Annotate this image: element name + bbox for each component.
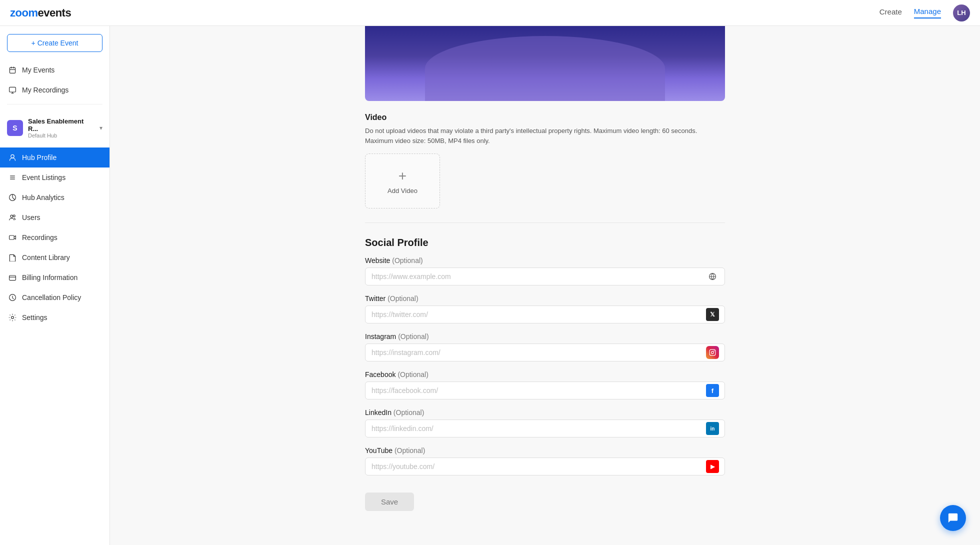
svg-rect-7	[10, 276, 16, 280]
social-profile-section: Social Profile Website (Optional)	[365, 237, 725, 511]
instagram-label: Instagram (Optional)	[365, 332, 725, 340]
svg-rect-0	[10, 68, 15, 73]
sidebar-item-content-library[interactable]: Content Library	[0, 248, 110, 268]
main-content: Video Do not upload videos that may viol…	[110, 26, 980, 545]
facebook-label: Facebook (Optional)	[365, 370, 725, 378]
logo-text: zoomevents	[10, 6, 71, 20]
linkedin-label: LinkedIn (Optional)	[365, 408, 725, 416]
video-section: Video Do not upload videos that may viol…	[365, 113, 725, 208]
create-nav-link[interactable]: Create	[880, 8, 902, 18]
youtube-field-group: YouTube (Optional) ▶	[365, 446, 725, 476]
add-video-label: Add Video	[388, 187, 418, 194]
hub-name: Sales Enablement R...	[28, 118, 94, 132]
linkedin-input[interactable]	[365, 420, 725, 438]
sidebar-item-label: Event Listings	[22, 174, 66, 182]
facebook-icon: f	[706, 384, 719, 397]
twitter-input-wrapper: 𝕏	[365, 306, 725, 324]
monitor-icon	[8, 86, 17, 94]
sidebar-item-cancellation-policy[interactable]: Cancellation Policy	[0, 288, 110, 308]
sidebar-item-label: Settings	[22, 314, 48, 322]
document-icon	[8, 253, 17, 262]
hub-info: Sales Enablement R... Default Hub	[28, 118, 94, 138]
manage-nav-link[interactable]: Manage	[914, 7, 941, 18]
linkedin-input-wrapper: in	[365, 420, 725, 438]
website-field-group: Website (Optional)	[365, 256, 725, 286]
twitter-field-group: Twitter (Optional) 𝕏	[365, 294, 725, 324]
youtube-input[interactable]	[365, 458, 725, 476]
create-event-button[interactable]: + Create Event	[7, 34, 102, 52]
linkedin-field-group: LinkedIn (Optional) in	[365, 408, 725, 438]
top-navigation: zoomevents Create Manage LH	[0, 0, 980, 26]
svg-point-13	[714, 350, 714, 352]
svg-point-2	[11, 154, 14, 158]
sidebar-item-label: Cancellation Policy	[22, 294, 81, 302]
svg-point-12	[712, 352, 714, 354]
sidebar-item-label: Hub Profile	[22, 154, 56, 162]
video-description: Do not upload videos that may violate a …	[365, 126, 725, 146]
svg-point-5	[13, 215, 15, 217]
twitter-label: Twitter (Optional)	[365, 294, 725, 302]
twitter-input[interactable]	[365, 306, 725, 324]
hub-icon: S	[7, 120, 23, 136]
billing-icon	[8, 273, 17, 282]
sidebar-item-label: Hub Analytics	[22, 194, 64, 202]
chat-bubble[interactable]	[940, 505, 966, 531]
website-label: Website (Optional)	[365, 256, 725, 264]
hub-selector[interactable]: S Sales Enablement R... Default Hub ▾	[0, 112, 110, 144]
settings-icon	[8, 313, 17, 322]
instagram-field-group: Instagram (Optional)	[365, 332, 725, 362]
logo[interactable]: zoomevents	[10, 6, 71, 20]
globe-icon	[706, 270, 719, 283]
sidebar-item-hub-profile[interactable]: Hub Profile	[0, 148, 110, 168]
facebook-input-wrapper: f	[365, 382, 725, 400]
users-icon	[8, 213, 17, 222]
video-icon	[8, 233, 17, 242]
website-input[interactable]	[365, 268, 725, 286]
sidebar-item-my-events[interactable]: My Events	[0, 60, 110, 80]
instagram-icon	[706, 346, 719, 359]
sidebar-item-label: My Events	[22, 66, 54, 74]
facebook-input[interactable]	[365, 382, 725, 400]
sidebar-item-label: My Recordings	[22, 86, 68, 94]
sidebar-item-billing-information[interactable]: Billing Information	[0, 268, 110, 288]
person-icon	[8, 153, 17, 162]
instagram-input[interactable]	[365, 344, 725, 362]
section-divider	[365, 222, 725, 223]
sidebar: + Create Event My Events My Recordings S	[0, 26, 110, 545]
sidebar-item-my-recordings[interactable]: My Recordings	[0, 80, 110, 100]
save-button[interactable]: Save	[365, 492, 414, 511]
sidebar-item-hub-analytics[interactable]: Hub Analytics	[0, 188, 110, 208]
banner-image	[365, 26, 725, 101]
facebook-field-group: Facebook (Optional) f	[365, 370, 725, 400]
sidebar-item-users[interactable]: Users	[0, 208, 110, 228]
twitter-icon: 𝕏	[706, 308, 719, 321]
sidebar-item-event-listings[interactable]: Event Listings	[0, 168, 110, 188]
sidebar-item-label: Users	[22, 214, 40, 222]
youtube-label: YouTube (Optional)	[365, 446, 725, 454]
youtube-icon: ▶	[706, 460, 719, 473]
sidebar-item-recordings[interactable]: Recordings	[0, 228, 110, 248]
chart-icon	[8, 193, 17, 202]
sidebar-item-label: Content Library	[22, 254, 70, 262]
svg-point-4	[10, 215, 13, 218]
calendar-icon	[8, 66, 17, 74]
sidebar-item-settings[interactable]: Settings	[0, 308, 110, 328]
sidebar-item-label: Billing Information	[22, 274, 78, 282]
svg-rect-6	[10, 236, 14, 240]
youtube-input-wrapper: ▶	[365, 458, 725, 476]
chevron-down-icon: ▾	[100, 124, 102, 132]
svg-point-9	[12, 316, 14, 319]
nav-right: Create Manage LH	[880, 4, 970, 22]
policy-icon	[8, 293, 17, 302]
sidebar-divider	[7, 104, 102, 104]
svg-rect-1	[10, 87, 16, 92]
social-profile-title: Social Profile	[365, 237, 725, 248]
plus-icon: +	[398, 168, 406, 184]
avatar[interactable]: LH	[953, 4, 970, 22]
sidebar-item-label: Recordings	[22, 234, 58, 242]
video-label: Video	[365, 113, 725, 122]
hub-subtitle: Default Hub	[28, 132, 94, 138]
add-video-box[interactable]: + Add Video	[365, 154, 440, 208]
layout: + Create Event My Events My Recordings S	[0, 26, 980, 545]
list-icon	[8, 173, 17, 182]
